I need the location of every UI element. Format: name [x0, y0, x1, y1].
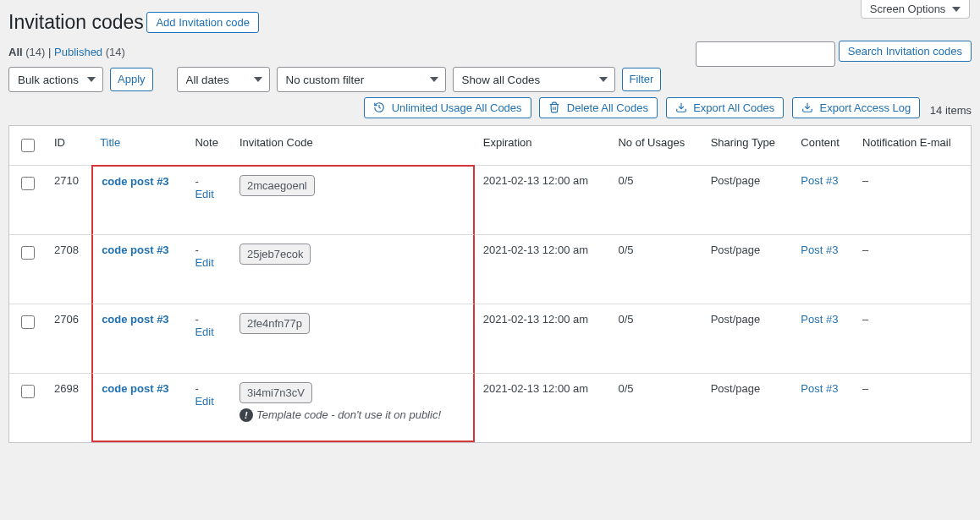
cell-code: 2fe4nfn77p — [231, 304, 475, 373]
title-link[interactable]: code post #3 — [102, 313, 168, 326]
cell-title: code post #3 — [91, 373, 186, 442]
cell-code: 2mcaegoenl — [231, 165, 475, 234]
cell-note: -Edit — [186, 304, 231, 373]
cell-email: – — [854, 234, 971, 304]
cell-content: Post #3 — [792, 165, 854, 234]
edit-link[interactable]: Edit — [195, 256, 213, 269]
export-all-codes-button[interactable]: Export All Codes — [666, 97, 785, 118]
cell-note: -Edit — [186, 234, 231, 304]
cell-note: -Edit — [186, 373, 231, 442]
dates-filter-select[interactable]: All dates — [177, 67, 270, 92]
content-link[interactable]: Post #3 — [801, 244, 838, 256]
col-note: Note — [186, 126, 231, 165]
cell-id: 2708 — [46, 234, 91, 304]
show-codes-select[interactable]: Show all Codes — [453, 67, 615, 92]
cell-content: Post #3 — [792, 234, 854, 304]
col-code: Invitation Code — [231, 126, 475, 165]
table-row: 2698code post #3-Edit3i4mi7n3cV!Template… — [9, 373, 971, 442]
cell-title: code post #3 — [91, 304, 186, 373]
table-row: 2710code post #3-Edit2mcaegoenl2021-02-1… — [9, 165, 971, 234]
cell-title: code post #3 — [91, 234, 186, 304]
filter-button[interactable]: Filter — [622, 68, 662, 91]
cell-expiration: 2021-02-13 12:00 am — [475, 165, 610, 234]
content-link[interactable]: Post #3 — [801, 174, 838, 187]
cell-note: -Edit — [186, 165, 231, 234]
codes-table: ID Title Note Invitation Code Expiration… — [8, 125, 972, 443]
row-checkbox[interactable] — [21, 246, 35, 260]
edit-link[interactable]: Edit — [195, 395, 213, 408]
table-row: 2708code post #3-Edit25jeb7ecok2021-02-1… — [9, 234, 971, 304]
unlimited-usage-button[interactable]: Unlimited Usage All Codes — [364, 97, 531, 118]
view-published-link[interactable]: Published (14) — [54, 46, 125, 58]
cell-sharing: Post/page — [702, 234, 793, 304]
cell-sharing: Post/page — [702, 373, 793, 442]
custom-filter-select[interactable]: No custom filter — [277, 67, 446, 92]
view-all-count: (14) — [25, 46, 45, 58]
bulk-actions-select[interactable]: Bulk actions — [8, 67, 103, 92]
col-expiration: Expiration — [475, 126, 610, 165]
cell-email: – — [854, 165, 971, 234]
title-link[interactable]: code post #3 — [102, 175, 168, 188]
edit-link[interactable]: Edit — [195, 326, 213, 338]
cell-expiration: 2021-02-13 12:00 am — [475, 304, 610, 373]
cell-id: 2698 — [46, 373, 91, 442]
export-access-log-button[interactable]: Export Access Log — [792, 97, 920, 118]
screen-options-toggle[interactable]: Screen Options — [861, 0, 970, 19]
content-link[interactable]: Post #3 — [801, 313, 838, 326]
code-pill[interactable]: 3i4mi7n3cV — [239, 382, 312, 403]
cell-id: 2706 — [46, 304, 91, 373]
code-pill[interactable]: 25jeb7ecok — [239, 244, 311, 265]
screen-options-label: Screen Options — [870, 3, 946, 15]
template-warning: !Template code - don't use it on public! — [239, 408, 465, 422]
col-email: Notification E-mail — [854, 126, 971, 165]
cell-code: 3i4mi7n3cV!Template code - don't use it … — [231, 373, 475, 442]
delete-all-codes-button[interactable]: Delete All Codes — [539, 97, 658, 118]
cell-email: – — [854, 304, 971, 373]
row-checkbox[interactable] — [21, 177, 35, 190]
trash-icon — [548, 101, 560, 113]
cell-code: 25jeb7ecok — [231, 234, 475, 304]
code-pill[interactable]: 2mcaegoenl — [239, 175, 315, 196]
cell-sharing: Post/page — [702, 165, 793, 234]
search-input[interactable] — [696, 41, 835, 67]
col-content: Content — [792, 126, 854, 165]
cell-content: Post #3 — [792, 304, 854, 373]
cell-email: – — [854, 373, 971, 442]
cell-sharing: Post/page — [702, 304, 793, 373]
cell-id: 2710 — [46, 165, 91, 234]
items-count: 14 items — [930, 104, 972, 117]
view-all-label: All — [8, 46, 23, 58]
add-invitation-code-button[interactable]: Add Invitation code — [146, 12, 259, 33]
content-link[interactable]: Post #3 — [801, 382, 838, 395]
download-icon — [801, 101, 813, 113]
col-usages: No of Usages — [609, 126, 702, 165]
select-all-checkbox[interactable] — [21, 139, 35, 152]
chevron-down-icon — [952, 7, 961, 12]
warning-icon: ! — [239, 408, 253, 422]
history-icon — [373, 101, 385, 113]
title-link[interactable]: code post #3 — [102, 244, 168, 256]
page-title: Invitation codes — [8, 3, 144, 37]
cell-usages: 0/5 — [609, 165, 702, 234]
code-pill[interactable]: 2fe4nfn77p — [239, 313, 310, 334]
cell-content: Post #3 — [792, 373, 854, 442]
cell-expiration: 2021-02-13 12:00 am — [475, 373, 610, 442]
cell-expiration: 2021-02-13 12:00 am — [475, 234, 610, 304]
apply-button[interactable]: Apply — [110, 68, 153, 91]
col-sharing: Sharing Type — [702, 126, 793, 165]
download-icon — [675, 101, 687, 113]
cell-title: code post #3 — [91, 165, 186, 234]
cell-usages: 0/5 — [609, 304, 702, 373]
col-id: ID — [46, 126, 91, 165]
row-checkbox[interactable] — [21, 315, 35, 329]
row-checkbox[interactable] — [21, 385, 35, 398]
edit-link[interactable]: Edit — [195, 188, 213, 200]
table-row: 2706code post #3-Edit2fe4nfn77p2021-02-1… — [9, 304, 971, 373]
cell-usages: 0/5 — [609, 234, 702, 304]
col-title[interactable]: Title — [91, 126, 186, 165]
title-link[interactable]: code post #3 — [102, 382, 168, 395]
cell-usages: 0/5 — [609, 373, 702, 442]
search-button[interactable]: Search Invitation codes — [839, 41, 972, 62]
